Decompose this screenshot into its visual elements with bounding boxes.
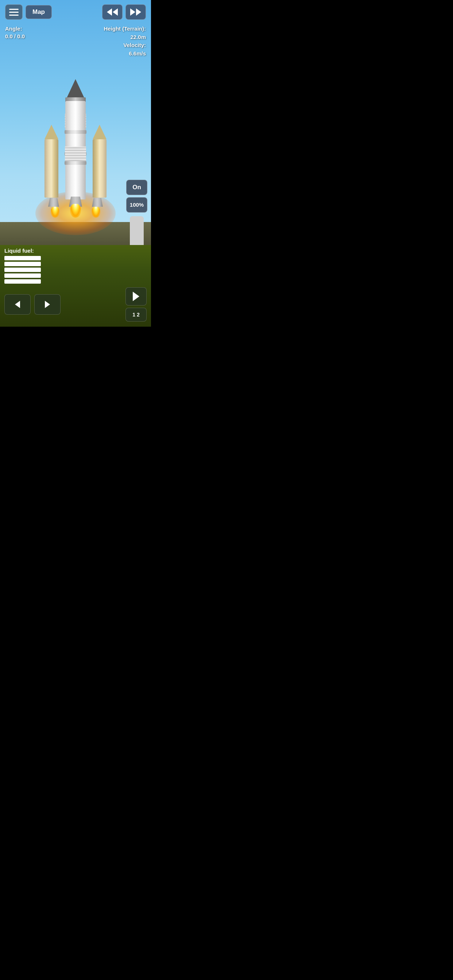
top-bar: Map	[0, 0, 151, 24]
booster-nose-right	[93, 125, 107, 139]
booster-nose-left	[45, 125, 58, 139]
rocket-ring-3	[65, 161, 86, 165]
map-button[interactable]: Map	[26, 5, 52, 19]
bottom-buttons: 1 2	[4, 287, 147, 321]
rewind-button[interactable]	[102, 5, 123, 20]
booster-left	[45, 139, 58, 197]
stats-right: Height (Terrain): 22.0m Velocity: 6.6m/s	[104, 25, 146, 57]
angle-label: Angle:	[5, 25, 25, 32]
engine-right	[92, 198, 103, 207]
arrow-left-1	[107, 8, 112, 16]
hamburger-icon	[9, 14, 19, 16]
height-label: Height (Terrain):	[104, 25, 146, 33]
booster-right	[93, 139, 107, 197]
stage-2-label: 2	[137, 312, 140, 318]
rocket	[46, 90, 105, 229]
angle-value: 0.0 / 0.0	[5, 32, 25, 40]
right-bottom-controls: 1 2	[126, 287, 147, 321]
play-icon	[133, 292, 139, 301]
stage-1-label: 1	[132, 312, 135, 318]
rewind-icon	[107, 8, 118, 16]
top-left-controls: Map	[5, 5, 52, 20]
flame-left	[51, 207, 59, 218]
throttle-percent-button[interactable]: 100%	[126, 197, 147, 213]
engine-on-button[interactable]: On	[126, 180, 147, 195]
nav-arrows	[4, 294, 61, 315]
fuel-label: Liquid fuel:	[4, 248, 147, 254]
arrow-right-2	[136, 8, 141, 16]
nav-right-button[interactable]	[34, 294, 61, 315]
stats-left: Angle: 0.0 / 0.0	[5, 25, 25, 40]
arrow-left-2	[113, 8, 118, 16]
top-right-buttons	[102, 5, 146, 20]
arrow-left-icon	[15, 301, 20, 308]
flame-right	[91, 207, 100, 218]
hamburger-icon	[9, 9, 19, 10]
rocket-ring-1	[65, 130, 86, 134]
menu-button[interactable]	[5, 5, 22, 20]
bottom-bar: Liquid fuel: 1	[0, 245, 151, 327]
play-button[interactable]	[126, 287, 147, 305]
fuel-bar-5	[4, 279, 41, 284]
fuel-bar-2	[4, 262, 41, 266]
fuel-bar-3	[4, 267, 41, 272]
arrow-right-icon	[45, 301, 50, 308]
stages-button[interactable]: 1 2	[126, 308, 147, 321]
height-value: 22.0m	[104, 33, 146, 41]
engine-left	[48, 198, 59, 207]
hamburger-icon	[9, 12, 19, 13]
game-container: Map Angle: 0.0 / 0.0 Height (Terrain): 2…	[0, 0, 151, 327]
rocket-ribs-middle	[65, 146, 86, 161]
flame-center	[70, 204, 81, 218]
velocity-label: Velocity:	[104, 41, 146, 49]
fast-forward-button[interactable]	[126, 5, 146, 20]
fast-forward-icon	[130, 8, 141, 16]
arrow-right-1	[130, 8, 135, 16]
fuel-bar-1	[4, 256, 41, 260]
velocity-value: 6.6m/s	[104, 49, 146, 58]
nav-left-button[interactable]	[4, 294, 30, 315]
fuel-bars	[4, 256, 147, 284]
fuel-bar-4	[4, 274, 41, 278]
